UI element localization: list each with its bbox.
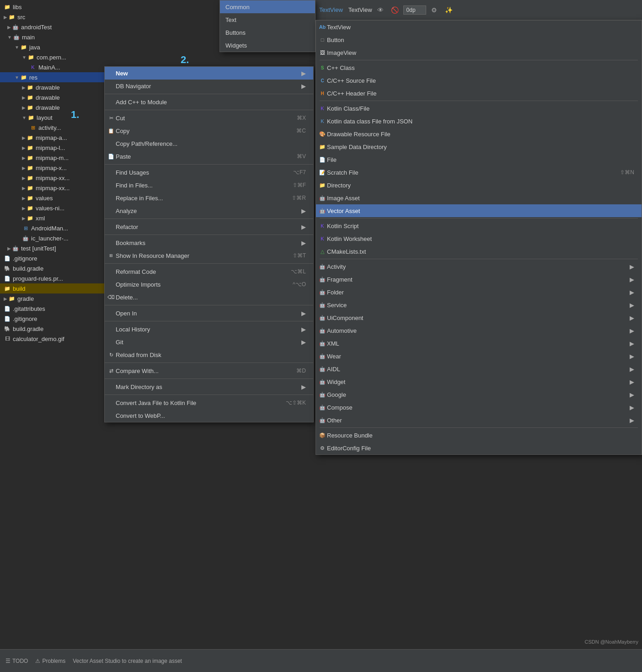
new-item-kotlin-data[interactable]: K Kotlin data class File from JSON: [316, 115, 642, 128]
tree-item-mipmap-xx[interactable]: ▶ 📁 mipmap-xx...: [0, 173, 105, 183]
tree-item-build-gradle[interactable]: 🐘 build.gradle: [0, 263, 105, 273]
tree-item-drawable2[interactable]: ▶ 📁 drawable: [0, 92, 105, 102]
toolbar-connect-btn[interactable]: ⚙: [428, 4, 441, 16]
tree-item-layout[interactable]: ▼ 📁 layout: [0, 112, 105, 123]
new-item-kotlin-worksheet[interactable]: K Kotlin Worksheet: [316, 232, 642, 245]
menu-item-cut[interactable]: ✂ Cut ⌘X: [105, 112, 313, 124]
new-item-file[interactable]: 📄 File: [316, 153, 642, 166]
new-item-button[interactable]: □ Button: [316, 33, 642, 46]
menu-item-copy[interactable]: 📋 Copy ⌘C: [105, 124, 313, 137]
new-item-automotive[interactable]: 🤖 Automotive ▶: [316, 324, 642, 337]
new-item-imageview[interactable]: 🖼 ImageView: [316, 46, 642, 59]
tab-buttons[interactable]: Buttons: [220, 26, 315, 39]
tree-item-gitignore[interactable]: 📄 .gitignore: [0, 253, 105, 263]
tree-item-mipmap-a[interactable]: ▶ 📁 mipmap-a...: [0, 133, 105, 143]
menu-item-find-in-files[interactable]: Find in Files... ⇧⌘F: [105, 179, 313, 192]
tree-item-mipmap-xxx[interactable]: ▶ 📁 mipmap-xx...: [0, 183, 105, 193]
tree-item-calculator[interactable]: 🎞 calculator_demo.gif: [0, 334, 105, 344]
menu-item-delete[interactable]: ⌫ Delete...: [105, 291, 313, 304]
tree-item-androidman[interactable]: ⊞ AndroidMan...: [0, 223, 105, 233]
new-item-drawable-res[interactable]: 🎨 Drawable Resource File: [316, 128, 642, 140]
new-item-wear[interactable]: 🤖 Wear ▶: [316, 350, 642, 363]
new-item-service[interactable]: 🤖 Service ▶: [316, 299, 642, 311]
menu-item-replace-in-files[interactable]: Replace in Files... ⇧⌘R: [105, 192, 313, 204]
tree-item-src[interactable]: ▶ 📁 src: [0, 12, 105, 22]
menu-item-paste[interactable]: 📄 Paste ⌘V: [105, 150, 313, 163]
menu-item-convert-java[interactable]: Convert Java File to Kotlin File ⌥⇧⌘K: [105, 396, 313, 409]
menu-item-reformat[interactable]: Reformat Code ⌥⌘L: [105, 265, 313, 278]
menu-item-reload[interactable]: ↻ Reload from Disk: [105, 348, 313, 361]
new-item-sample-data[interactable]: 📁 Sample Data Directory: [316, 140, 642, 153]
menu-item-open-in[interactable]: Open In ▶: [105, 307, 313, 320]
tree-item-java[interactable]: ▼ 📁 java: [0, 42, 105, 52]
tree-item-mipmap-m[interactable]: ▶ 📁 mipmap-m...: [0, 153, 105, 163]
tree-item-values-ni[interactable]: ▶ 📁 values-ni...: [0, 203, 105, 213]
tree-item-res[interactable]: ▼ 📁 res: [0, 72, 105, 82]
toolbar-dp-input[interactable]: [403, 5, 426, 15]
tree-item-main[interactable]: ▼ 🤖 main: [0, 32, 105, 42]
tree-item-xml[interactable]: ▶ 📁 xml: [0, 213, 105, 223]
tree-item-build-gradle2[interactable]: 🐘 build.gradle: [0, 324, 105, 334]
status-todo[interactable]: ☰ TODO: [5, 658, 28, 664]
tree-item-androidtest[interactable]: ▶ 🤖 androidTest: [0, 22, 105, 32]
toolbar-eye-btn[interactable]: 👁: [374, 4, 387, 16]
menu-item-analyze[interactable]: Analyze ▶: [105, 204, 313, 217]
tab-text[interactable]: Text: [220, 13, 315, 26]
tree-item-maina[interactable]: K MainA...: [0, 62, 105, 72]
tree-item-build[interactable]: 📁 build: [0, 283, 105, 293]
new-item-kotlin-class[interactable]: K Kotlin Class/File: [316, 102, 642, 115]
new-item-editorconfig[interactable]: ⚙ EditorConfig File: [316, 442, 642, 454]
new-item-ui-component[interactable]: 🤖 UiComponent ▶: [316, 311, 642, 324]
new-item-resource-bundle[interactable]: 📦 Resource Bundle: [316, 429, 642, 442]
tree-item-proguard[interactable]: 📄 proguard-rules.pr...: [0, 273, 105, 283]
tree-item-gitignore2[interactable]: 📄 .gitignore: [0, 314, 105, 324]
tree-item-drawable1[interactable]: ▶ 📁 drawable: [0, 82, 105, 92]
tree-item-libs[interactable]: 📁 libs: [0, 2, 105, 12]
menu-item-git[interactable]: Git ▶: [105, 336, 313, 348]
new-item-aidl[interactable]: 🤖 AIDL ▶: [316, 363, 642, 375]
tree-item-values[interactable]: ▶ 📁 values: [0, 193, 105, 203]
menu-item-db-navigator[interactable]: DB Navigator ▶: [105, 80, 313, 92]
new-item-folder[interactable]: 🤖 Folder ▶: [316, 286, 642, 299]
menu-item-convert-webp[interactable]: Convert to WebP...: [105, 409, 313, 422]
toolbar-magic-btn[interactable]: ✨: [443, 4, 455, 16]
tree-item-drawable3[interactable]: ▶ 📁 drawable: [0, 102, 105, 112]
menu-item-copy-path[interactable]: Copy Path/Reference...: [105, 137, 313, 150]
new-item-cmake[interactable]: △ CMakeLists.txt: [316, 245, 642, 258]
tree-item-test[interactable]: ▶ 🤖 test [unitTest]: [0, 243, 105, 253]
tree-item-mipmap-x[interactable]: ▶ 📁 mipmap-x...: [0, 163, 105, 173]
new-item-activity[interactable]: 🤖 Activity ▶: [316, 260, 642, 273]
tree-item-mipmap-l[interactable]: ▶ 📁 mipmap-l...: [0, 143, 105, 153]
menu-item-new[interactable]: New ▶: [105, 67, 313, 80]
new-item-image-asset[interactable]: 🤖 Image Asset: [316, 192, 642, 204]
menu-item-compare-with[interactable]: ⇄ Compare With... ⌘D: [105, 364, 313, 377]
tree-item-gitattributes[interactable]: 📄 .gitattributes: [0, 304, 105, 314]
tree-item-activity-layout[interactable]: ⊞ activity...: [0, 123, 105, 133]
menu-item-add-cpp[interactable]: Add C++ to Module: [105, 96, 313, 108]
new-item-google[interactable]: 🤖 Google ▶: [316, 388, 642, 401]
new-item-cpp-header[interactable]: H C/C++ Header File: [316, 87, 642, 100]
new-item-fragment[interactable]: 🤖 Fragment ▶: [316, 273, 642, 286]
new-item-compose[interactable]: 🤖 Compose ▶: [316, 401, 642, 414]
menu-item-refactor[interactable]: Refactor ▶: [105, 220, 313, 233]
menu-item-local-history[interactable]: Local History ▶: [105, 323, 313, 336]
tree-item-gradle-root[interactable]: ▶ 📁 gradle: [0, 293, 105, 304]
new-item-xml[interactable]: 🤖 XML ▶: [316, 337, 642, 350]
new-item-widget[interactable]: 🤖 Widget ▶: [316, 375, 642, 388]
menu-item-optimize[interactable]: Optimize Imports ^⌥O: [105, 278, 313, 291]
new-item-scratch[interactable]: 📝 Scratch File ⇧⌘N: [316, 166, 642, 179]
new-item-directory[interactable]: 📁 Directory: [316, 179, 642, 192]
tree-item-ic-launcher[interactable]: 🤖 ic_launcher-...: [0, 233, 105, 243]
status-problems[interactable]: ⚠ Problems: [35, 658, 65, 664]
menu-item-find-usages[interactable]: Find Usages ⌥F7: [105, 166, 313, 179]
tab-common[interactable]: Common: [220, 0, 315, 13]
new-item-other[interactable]: 🤖 Other ▶: [316, 414, 642, 427]
new-item-vector-asset[interactable]: 🤖 Vector Asset: [316, 204, 642, 217]
new-item-cpp-source[interactable]: C C/C++ Source File: [316, 74, 642, 87]
menu-item-mark-directory[interactable]: Mark Directory as ▶: [105, 380, 313, 393]
toolbar-no-render-btn[interactable]: 🚫: [389, 4, 401, 16]
new-item-textview[interactable]: Ab TextView: [316, 21, 642, 33]
tab-widgets[interactable]: Widgets: [220, 39, 315, 52]
tree-item-compern[interactable]: ▼ 📁 com.pern...: [0, 52, 105, 62]
menu-item-bookmarks[interactable]: Bookmarks ▶: [105, 236, 313, 249]
